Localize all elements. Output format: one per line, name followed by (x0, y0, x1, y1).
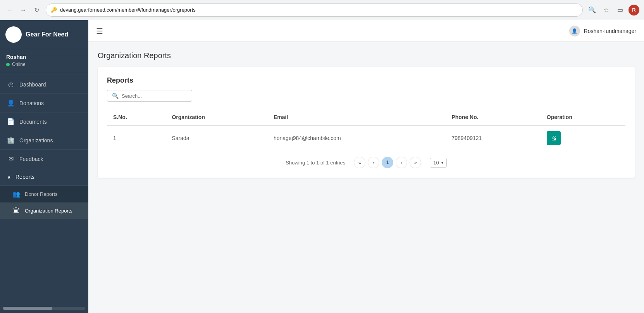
sidebar-subitem-label: Donor Reports (25, 191, 58, 197)
sidebar-item-organizations[interactable]: 🏢 Organizations (0, 131, 88, 150)
cell-sno: 1 (107, 125, 165, 150)
sidebar-subitem-donor-reports[interactable]: 👥 Donor Reports (0, 186, 88, 202)
sidebar-subitem-org-reports[interactable]: 🏛 Organization Reports (0, 202, 88, 219)
extensions-icon[interactable]: ▭ (615, 5, 625, 16)
sidebar-reports-toggle[interactable]: ∨ Reports (0, 168, 88, 186)
sidebar-scrollbar-thumb (3, 307, 52, 310)
prev-page-button[interactable]: ‹ (368, 157, 379, 168)
menu-toggle-button[interactable]: ☰ (96, 26, 103, 36)
sidebar-username: Roshan (6, 54, 82, 60)
sidebar-item-feedback[interactable]: ✉ Feedback (0, 150, 88, 168)
url-text: devang.gearforneed.com/member/#/fundmana… (60, 7, 578, 13)
sidebar-item-label: Feedback (19, 156, 43, 162)
search-browser-icon[interactable]: 🔍 (587, 5, 598, 16)
donations-icon: 👤 (7, 99, 15, 107)
sidebar-user-section: Roshan Online (0, 49, 88, 72)
main-content: ☰ 👤 Roshan-fundmanager Organization Repo… (88, 20, 644, 313)
topbar: ☰ 👤 Roshan-fundmanager (88, 20, 644, 42)
browser-nav-buttons: ← → ↻ (5, 5, 42, 16)
topbar-right: 👤 Roshan-fundmanager (569, 26, 636, 36)
next-page-button[interactable]: › (396, 157, 407, 168)
sidebar-subitem-label: Organization Reports (25, 208, 72, 214)
gear-icon: ⚙ (10, 29, 17, 40)
print-button[interactable]: 🖨 (547, 131, 561, 145)
content-area: Organization Reports Reports 🔍 S.No. Org… (88, 42, 644, 313)
cell-email: honagej984@chambile.com (267, 125, 446, 150)
reports-toggle-icon: ∨ (7, 174, 11, 180)
security-icon: 🔑 (51, 7, 57, 13)
back-button[interactable]: ← (5, 5, 15, 16)
sidebar-item-documents[interactable]: 📄 Documents (0, 112, 88, 131)
col-phone: Phone No. (445, 109, 540, 125)
topbar-username: Roshan-fundmanager (584, 28, 636, 34)
last-page-button[interactable]: » (410, 157, 421, 168)
reports-section-label: Reports (15, 174, 34, 180)
pagination-info: Showing 1 to 1 of 1 entries (286, 160, 345, 166)
sidebar-reports-subitems: 👥 Donor Reports 🏛 Organization Reports (0, 186, 88, 219)
browser-profile-avatar[interactable]: R (629, 5, 639, 16)
reports-section-heading: Reports (107, 76, 625, 85)
reload-button[interactable]: ↻ (31, 5, 42, 16)
col-operation: Operation (541, 109, 625, 125)
sidebar-scrollbar[interactable] (3, 307, 85, 310)
search-icon: 🔍 (112, 93, 119, 99)
page-size-select[interactable]: 10 ▾ (430, 158, 446, 168)
search-bar[interactable]: 🔍 (107, 90, 192, 102)
sidebar-item-label: Documents (19, 119, 47, 125)
pagination-row: Showing 1 to 1 of 1 entries « ‹ 1 › » 10… (107, 150, 625, 168)
sidebar-logo: ⚙ Gear For Need (0, 20, 88, 49)
reports-card: Reports 🔍 S.No. Organization Email Phone… (98, 67, 635, 178)
current-page-button[interactable]: 1 (382, 157, 393, 168)
page-size-value: 10 (433, 160, 439, 166)
address-bar[interactable]: 🔑 devang.gearforneed.com/member/#/fundma… (46, 3, 583, 17)
cell-organization: Sarada (165, 125, 267, 150)
logo-circle: ⚙ (5, 26, 22, 43)
sidebar-item-dashboard[interactable]: ◷ Dashboard (0, 75, 88, 94)
user-image-placeholder: 👤 (572, 28, 577, 34)
logo-text: Gear For Need (26, 31, 68, 38)
col-email: Email (267, 109, 446, 125)
sidebar-item-label: Donations (19, 100, 44, 106)
cell-phone: 7989409121 (445, 125, 540, 150)
status-dot (6, 63, 10, 66)
org-reports-table: S.No. Organization Email Phone No. Opera… (107, 109, 625, 150)
col-organization: Organization (165, 109, 267, 125)
chevron-down-icon: ▾ (441, 161, 443, 165)
table-row: 1Saradahonagej984@chambile.com7989409121… (107, 125, 625, 150)
documents-icon: 📄 (7, 118, 15, 125)
dashboard-icon: ◷ (7, 81, 15, 88)
sidebar-item-label: Dashboard (19, 81, 46, 88)
sidebar-user-status: Online (6, 62, 82, 67)
org-reports-icon: 🏛 (12, 207, 20, 214)
app-container: ⚙ Gear For Need Roshan Online ◷ Dashboar… (0, 20, 644, 313)
cell-operation: 🖨 (541, 125, 625, 150)
col-sno: S.No. (107, 109, 165, 125)
first-page-button[interactable]: « (354, 157, 365, 168)
organizations-icon: 🏢 (7, 137, 15, 144)
sidebar-nav: ◷ Dashboard 👤 Donations 📄 Documents 🏢 Or… (0, 72, 88, 304)
topbar-user-image: 👤 (569, 26, 580, 36)
status-text: Online (12, 62, 26, 67)
bookmark-icon[interactable]: ☆ (601, 5, 611, 16)
search-input[interactable] (122, 93, 187, 99)
sidebar-item-label: Organizations (19, 137, 53, 144)
forward-button[interactable]: → (18, 5, 29, 16)
table-header-row: S.No. Organization Email Phone No. Opera… (107, 109, 625, 125)
sidebar: ⚙ Gear For Need Roshan Online ◷ Dashboar… (0, 20, 88, 313)
feedback-icon: ✉ (7, 155, 15, 163)
donor-reports-icon: 👥 (12, 190, 20, 198)
page-title: Organization Reports (98, 51, 635, 60)
browser-chrome: ← → ↻ 🔑 devang.gearforneed.com/member/#/… (0, 0, 644, 20)
browser-right-icons: 🔍 ☆ ▭ R (587, 5, 639, 16)
sidebar-item-donations[interactable]: 👤 Donations (0, 94, 88, 112)
